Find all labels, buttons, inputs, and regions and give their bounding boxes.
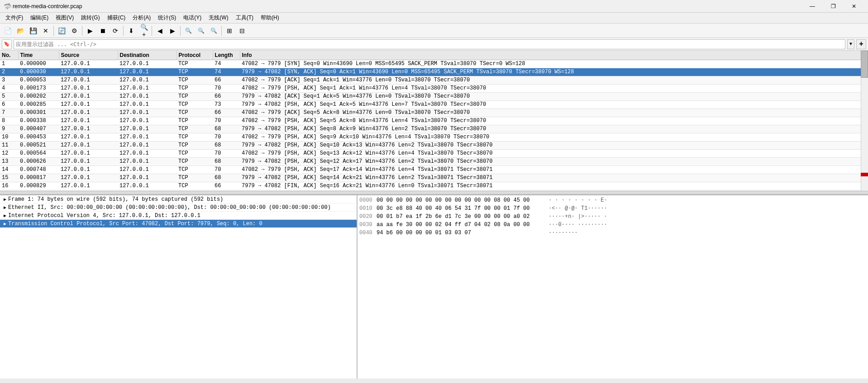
detail-row[interactable]: ▶Transmission Control Protocol, Src Port… xyxy=(0,220,357,228)
packet-proto: TCP xyxy=(176,141,213,149)
title-bar: 🦈 remote-media-controler.pcap — ❐ ✕ xyxy=(0,0,868,13)
toolbar-filter-autoscroll[interactable]: ⬇ xyxy=(125,25,137,37)
table-row[interactable]: 160.000829127.0.0.1127.0.0.1TCP667979 → … xyxy=(0,182,868,190)
maximize-button[interactable]: ❐ xyxy=(823,0,844,13)
packet-time: 0.000817 xyxy=(18,174,59,182)
packet-table: No. Time Source Destination Protocol Len… xyxy=(0,51,868,190)
col-header-source[interactable]: Source xyxy=(59,51,118,60)
table-row[interactable]: 20.000030127.0.0.1127.0.0.1TCP747979 → 4… xyxy=(0,68,868,76)
packet-src: 127.0.0.1 xyxy=(59,109,118,117)
col-header-time[interactable]: Time xyxy=(18,51,59,60)
menu-edit[interactable]: 编辑(E) xyxy=(27,13,52,23)
toolbar-zoom-normal[interactable]: 🔍 xyxy=(208,25,219,37)
toolbar-capture-options[interactable]: ⚙ xyxy=(68,25,80,37)
packet-info: 7979 → 47082 [PSH, ACK] Seq=12 Ack=17 Wi… xyxy=(240,157,868,165)
menu-goto[interactable]: 跳转(G) xyxy=(77,13,103,23)
toolbar-zoom-out[interactable]: 🔍 xyxy=(195,25,207,37)
toolbar-zoom-in[interactable]: 🔍+ xyxy=(138,25,150,37)
toolbar-new[interactable]: 📄 xyxy=(2,25,14,37)
detail-text: Ethernet II, Src: 00:00:00_00:00:00 (00:… xyxy=(8,204,331,211)
menu-capture[interactable]: 捕获(C) xyxy=(104,13,129,23)
menu-tools[interactable]: 工具(T) xyxy=(232,13,257,23)
packet-len: 70 xyxy=(213,133,240,141)
col-header-no[interactable]: No. xyxy=(0,51,18,60)
toolbar-resize-cols[interactable]: ⊞ xyxy=(224,25,235,37)
toolbar-stop-capture[interactable]: ⏹ xyxy=(97,25,109,37)
col-header-length[interactable]: Length xyxy=(213,51,240,60)
toolbar-reload[interactable]: 🔄 xyxy=(56,25,67,37)
table-header-row: No. Time Source Destination Protocol Len… xyxy=(0,51,868,60)
hex-bytes: 00 3c e8 88 40 00 40 06 54 31 7f 00 00 0… xyxy=(377,205,548,212)
table-row[interactable]: 110.000521127.0.0.1127.0.0.1TCP687979 → … xyxy=(0,141,868,149)
table-row[interactable]: 120.000564127.0.0.1127.0.0.1TCP7047082 →… xyxy=(0,149,868,157)
detail-row[interactable]: ▶Ethernet II, Src: 00:00:00_00:00:00 (00… xyxy=(0,203,357,212)
toolbar-next[interactable]: ▶ xyxy=(167,25,178,37)
menu-file[interactable]: 文件(F) xyxy=(2,13,27,23)
packet-len: 74 xyxy=(213,60,240,68)
toolbar-prev[interactable]: ◀ xyxy=(154,25,166,37)
filter-input[interactable] xyxy=(14,39,845,49)
table-row[interactable]: 150.000817127.0.0.1127.0.0.1TCP687979 → … xyxy=(0,174,868,182)
packet-dst: 127.0.0.1 xyxy=(118,157,176,165)
hex-bytes: 00 00 00 00 00 00 00 00 00 00 00 00 08 0… xyxy=(377,197,548,203)
packet-info: 47082 → 7979 [PSH, ACK] Seq=9 Ack=10 Win… xyxy=(240,133,868,141)
detail-text: Frame 1: 74 bytes on wire (592 bits), 74… xyxy=(8,196,223,203)
packet-info: 7979 → 47082 [PSH, ACK] Seq=8 Ack=9 Win=… xyxy=(240,125,868,133)
packet-info: 47082 → 7979 [PSH, ACK] Seq=1 Ack=1 Win=… xyxy=(240,84,868,92)
close-button[interactable]: ✕ xyxy=(844,0,864,13)
menu-stats[interactable]: 统计(S) xyxy=(154,13,180,23)
expand-icon: ▶ xyxy=(2,205,8,210)
toolbar-col-prefs[interactable]: ⊟ xyxy=(236,25,248,37)
menu-wireless[interactable]: 无线(W) xyxy=(205,13,232,23)
scroll-red-indicator xyxy=(861,173,868,176)
hex-offset: 0030 xyxy=(359,222,377,228)
horizontal-splitter[interactable] xyxy=(0,191,868,194)
menu-phone[interactable]: 电话(Y) xyxy=(180,13,205,23)
packet-proto: TCP xyxy=(176,84,213,92)
table-row[interactable]: 40.000173127.0.0.1127.0.0.1TCP7047082 → … xyxy=(0,84,868,92)
table-row[interactable]: 60.000285127.0.0.1127.0.0.1TCP737979 → 4… xyxy=(0,100,868,109)
table-row[interactable]: 30.000053127.0.0.1127.0.0.1TCP6647082 → … xyxy=(0,76,868,84)
filter-dropdown-button[interactable]: ▼ xyxy=(847,39,854,49)
col-header-protocol[interactable]: Protocol xyxy=(176,51,213,60)
filter-bookmark-button[interactable]: 🔖 xyxy=(2,39,12,49)
packet-src: 127.0.0.1 xyxy=(59,125,118,133)
table-row[interactable]: 80.000338127.0.0.1127.0.0.1TCP7047082 → … xyxy=(0,117,868,125)
toolbar-start-capture[interactable]: ▶ xyxy=(84,25,96,37)
hex-ascii: ·····+n· |>····· · xyxy=(548,213,607,220)
packet-len: 73 xyxy=(213,100,240,109)
table-row[interactable]: 130.000626127.0.0.1127.0.0.1TCP687979 → … xyxy=(0,157,868,165)
toolbar-save[interactable]: 💾 xyxy=(27,25,39,37)
packet-no: 7 xyxy=(0,109,18,117)
minimize-button[interactable]: — xyxy=(802,0,823,13)
col-header-info[interactable]: Info xyxy=(240,51,868,60)
menu-analyze[interactable]: 分析(A) xyxy=(129,13,154,23)
hex-row: 004094 b6 00 00 00 00 01 03 03 07 ······… xyxy=(359,229,866,237)
packet-src: 127.0.0.1 xyxy=(59,165,118,174)
table-row[interactable]: 70.000301127.0.0.1127.0.0.1TCP6647082 → … xyxy=(0,109,868,117)
packet-scrollbar[interactable] xyxy=(861,51,868,191)
packet-proto: TCP xyxy=(176,76,213,84)
expand-icon: ▶ xyxy=(2,213,8,218)
menu-view[interactable]: 视图(V) xyxy=(52,13,77,23)
table-row[interactable]: 10.000000127.0.0.1127.0.0.1TCP7447082 → … xyxy=(0,60,868,68)
toolbar-open[interactable]: 📂 xyxy=(14,25,26,37)
hex-ascii: · · · · · · · · E· xyxy=(548,197,607,203)
detail-row[interactable]: ▶Internet Protocol Version 4, Src: 127.0… xyxy=(0,212,357,220)
packet-time: 0.000301 xyxy=(18,109,59,117)
toolbar-restart[interactable]: ⟳ xyxy=(110,25,121,37)
hex-offset: 0010 xyxy=(359,205,377,212)
col-header-destination[interactable]: Destination xyxy=(118,51,176,60)
hex-ascii: ···0···· ········· xyxy=(548,222,607,228)
table-row[interactable]: 140.000748127.0.0.1127.0.0.1TCP7047082 →… xyxy=(0,165,868,174)
filter-add-button[interactable]: + xyxy=(856,39,866,49)
table-row[interactable]: 100.000453127.0.0.1127.0.0.1TCP7047082 →… xyxy=(0,133,868,141)
detail-row[interactable]: ▶Frame 1: 74 bytes on wire (592 bits), 7… xyxy=(0,195,357,203)
toolbar-close[interactable]: ✕ xyxy=(40,25,52,37)
packet-info: 7979 → 47082 [PSH, ACK] Seq=14 Ack=21 Wi… xyxy=(240,174,868,182)
toolbar-zoom-in2[interactable]: 🔍 xyxy=(182,25,194,37)
table-row[interactable]: 90.000407127.0.0.1127.0.0.1TCP687979 → 4… xyxy=(0,125,868,133)
menu-help[interactable]: 帮助(H) xyxy=(257,13,283,23)
table-row[interactable]: 50.000202127.0.0.1127.0.0.1TCP667979 → 4… xyxy=(0,92,868,100)
packet-detail-panel: ▶Frame 1: 74 bytes on wire (592 bits), 7… xyxy=(0,195,358,378)
